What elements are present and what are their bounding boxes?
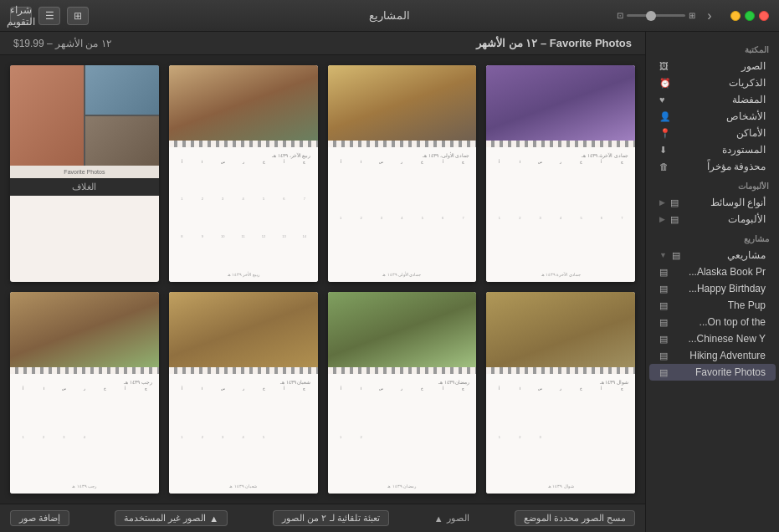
content-area: Favorite Photos – ١٢ من الأشهر ١٢ من الأ… <box>0 32 645 532</box>
calendar-item-3[interactable]: جمادى الآخرة، ١٤٣٩ هـ أ ا س ر خ أ ج 1 2 … <box>486 65 635 282</box>
sidebar-photos-label: الصور <box>674 60 766 72</box>
bottom-center: الصور ▲ <box>434 513 469 524</box>
calendar-item-5[interactable]: شعبان ١٤٣٩ هـ أ ا س ر خ أ ج 1 2 3 4 5 <box>169 292 318 494</box>
sidebar-birthday-label: Happy Birthday... <box>673 283 766 294</box>
calendar-page-5: شعبان ١٤٣٩ هـ أ ا س ر خ أ ج 1 2 3 4 5 <box>169 374 318 494</box>
sidebar-favphotos-label: Favorite Photos <box>673 366 766 378</box>
close-button[interactable] <box>759 11 769 21</box>
add-photos-button[interactable]: إضافة صور <box>10 510 69 526</box>
sidebar-item-memories[interactable]: الذكريات ⏰ <box>649 74 776 91</box>
bottom-date-6: رمضان ١٤٣٩ هـ <box>331 482 474 490</box>
sidebar-item-places[interactable]: الأماكن 📍 <box>649 125 776 141</box>
media-icon: ▤ <box>670 197 679 208</box>
minimize-button[interactable] <box>730 11 741 21</box>
month-label-6: رمضان ١٤٣٩ هـ <box>331 377 474 386</box>
hiking-icon: ▤ <box>659 350 668 361</box>
calendar-item-7[interactable]: شوال ١٤٣٩ هـ أ ا س ر خ أ ج 1 2 3 شوال ١٤… <box>486 292 635 494</box>
view-grid-button[interactable]: ⊞ <box>67 7 89 25</box>
calendar-item-1[interactable]: ربيع الآخر، ١٤٣٩ هـ أ ا س ر خ أ ج 1 2 3 … <box>169 65 318 282</box>
sidebar-item-happy-birthday[interactable]: Happy Birthday... ▤ <box>649 280 776 297</box>
calendar-item-6[interactable]: رمضان ١٤٣٩ هـ أ ا س ر خ أ ج 1 2 رمضان ١٤… <box>328 292 477 494</box>
cover-photo-3 <box>85 116 159 166</box>
zoom-out-icon: ⊡ <box>617 11 623 20</box>
auto-enhance-button[interactable]: تعبئة تلقائية لـ ٢ من الصور <box>273 510 388 526</box>
calendar-page-4: رجب ١٤٣٩ هـ أ ا س ر خ أ ج 1 2 3 4 رج <box>10 374 159 494</box>
sidebar-item-imported[interactable]: المستوردة ⬇ <box>649 141 776 158</box>
calendar-page-7: شوال ١٤٣٩ هـ أ ا س ر خ أ ج 1 2 3 شوال ١٤… <box>486 374 635 494</box>
library-section-label: المكتبة <box>646 38 779 58</box>
sidebar-chinese-label: Chinese New Y... <box>673 333 766 345</box>
sidebar-albums-label: الألبومات <box>684 213 766 225</box>
zoom-slider[interactable] <box>627 14 685 17</box>
cal-photo-4 <box>10 292 159 367</box>
chevron-right-icon: ▶ <box>659 198 665 207</box>
sidebar-item-photos[interactable]: الصور 🖼 <box>649 58 776 74</box>
cal-grid-1: أ ا س ر خ أ ج 1 2 3 4 5 6 7 8 <box>172 160 315 270</box>
albums-section-label: الألبومات <box>646 175 779 194</box>
spiral-7 <box>486 367 635 374</box>
cal-grid-3: أ ا س ر خ أ ج 1 2 3 4 5 6 7 <box>489 160 632 270</box>
cal-photo-5 <box>169 292 318 367</box>
calendar-page-1: ربيع الآخر، ١٤٣٩ هـ أ ا س ر خ أ ج 1 2 3 … <box>169 147 318 282</box>
sidebar-item-people[interactable]: الأشخاص 👤 <box>649 108 776 125</box>
sidebar-item-media-types[interactable]: أنواع الوسائط ▤ ▶ <box>649 194 776 211</box>
sidebar-item-favorite-photos[interactable]: Favorite Photos ▤ <box>649 364 776 381</box>
sidebar-media-label: أنواع الوسائط <box>684 197 766 208</box>
sidebar-alaska-label: Alaska Book Pr... <box>673 266 766 278</box>
spiral-1 <box>169 141 318 147</box>
calendar-item-4[interactable]: رجب ١٤٣٩ هـ أ ا س ر خ أ ج 1 2 3 4 رج <box>10 292 159 494</box>
sidebar-item-my-projects[interactable]: مشاريعي ▤ ▼ <box>649 247 776 263</box>
cal-photo-1 <box>169 65 318 141</box>
cal-grid-4: أ ا س ر خ أ ج 1 2 3 4 <box>13 386 156 482</box>
sidebar-memories-label: الذكريات <box>676 77 766 89</box>
sidebar-item-favorites[interactable]: المفضلة ♥ <box>649 91 776 108</box>
cal-grid-2: أ ا س ر خ أ ج 1 2 3 4 5 6 7 <box>331 160 474 270</box>
bottom-date-4: رجب ١٤٣٩ هـ <box>13 482 156 490</box>
sidebar-item-on-top[interactable]: On top of the... ▤ <box>649 314 776 330</box>
cover-item[interactable]: Favorite Photos الغلاف <box>10 65 159 282</box>
calendar-page-2: جمادى الأولى، ١٤٣٩ هـ أ ا س ر خ أ ج 1 2 … <box>328 147 477 282</box>
month-label-3: جمادى الآخرة، ١٤٣٩ هـ <box>489 151 632 160</box>
albums-icon: ▤ <box>670 214 679 225</box>
titlebar-title: المشاريع <box>369 9 410 22</box>
nav-next-button[interactable]: › <box>700 7 719 25</box>
bottom-date-5: شعبان ١٤٣٩ هـ <box>172 482 315 490</box>
photos-up-icon[interactable]: ▲ <box>434 514 443 524</box>
view-list-button[interactable]: ☰ <box>38 7 60 25</box>
spiral-2 <box>328 141 477 147</box>
sidebar-item-the-pup[interactable]: The Pup ▤ <box>649 297 776 314</box>
cover-label: الغلاف <box>10 178 159 196</box>
sidebar-imported-label: المستوردة <box>672 144 766 156</box>
bottom-date-2: جمادي الأولى ١٤٣٩ هـ <box>331 270 474 279</box>
calendar-page-6: رمضان ١٤٣٩ هـ أ ا س ر خ أ ج 1 2 رمضان ١٤… <box>328 374 477 494</box>
chevron-up-icon: ▲ <box>209 514 218 524</box>
chevron-right-albums-icon: ▶ <box>659 215 665 223</box>
sidebar-pup-label: The Pup <box>673 299 766 311</box>
month-label-7: شوال ١٤٣٩ هـ <box>489 377 632 386</box>
sidebar-item-albums[interactable]: الألبومات ▤ ▶ <box>649 211 776 228</box>
calendar-item-2[interactable]: جمادى الأولى، ١٤٣٩ هـ أ ا س ر خ أ ج 1 2 … <box>328 65 477 282</box>
favorites-icon: ♥ <box>659 95 665 105</box>
bottom-date-1: ربيع الأخر ١٤٣٩ هـ <box>172 270 315 279</box>
unused-photos-button[interactable]: ▲ الصور غير المستخدمة <box>115 510 228 526</box>
sidebar-people-label: الأشخاص <box>676 110 766 122</box>
imported-icon: ⬇ <box>659 145 667 156</box>
people-icon: 👤 <box>659 111 671 122</box>
sidebar-item-deleted[interactable]: محذوفة مؤخراً 🗑 <box>649 158 776 175</box>
sidebar-item-hiking[interactable]: Hiking Adventure ▤ <box>649 347 776 364</box>
cal-photo-6 <box>328 292 477 367</box>
titlebar-left: شراء التقويم ☰ ⊞ <box>10 7 89 25</box>
project-title: Favorite Photos – ١٢ من الأشهر <box>476 37 632 49</box>
buy-button[interactable]: شراء التقويم <box>10 7 32 25</box>
alaska-icon: ▤ <box>659 267 668 278</box>
maximize-button[interactable] <box>745 11 755 21</box>
sidebar-item-alaska[interactable]: Alaska Book Pr... ▤ <box>649 263 776 280</box>
cover-photo-2 <box>85 65 159 115</box>
scan-button[interactable]: مسح الصور محددة الموضع <box>515 510 635 526</box>
sidebar-item-chinese-new[interactable]: Chinese New Y... ▤ <box>649 330 776 347</box>
cover-photo-1 <box>10 65 84 166</box>
spiral-5 <box>169 367 318 374</box>
cal-grid-6: أ ا س ر خ أ ج 1 2 <box>331 386 474 482</box>
sidebar-myprojects-label: مشاريعي <box>685 249 766 261</box>
photos-icon: 🖼 <box>659 61 669 71</box>
